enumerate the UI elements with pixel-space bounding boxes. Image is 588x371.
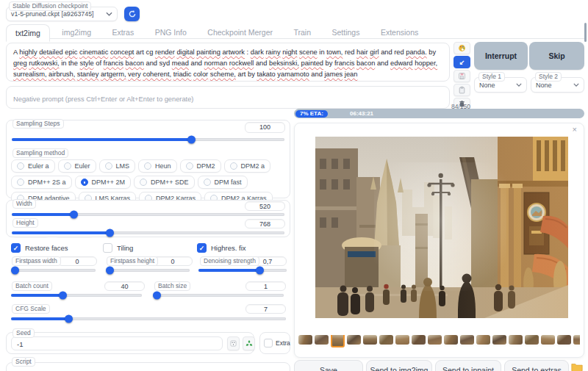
result-thumbnail[interactable]: [460, 335, 474, 345]
slider-thumb[interactable]: [59, 292, 67, 300]
close-icon[interactable]: ×: [573, 125, 577, 134]
result-thumbnail[interactable]: [395, 335, 409, 345]
height-slider[interactable]: [12, 231, 284, 234]
result-thumbnail[interactable]: [298, 335, 312, 345]
radio-icon[interactable]: [230, 162, 237, 170]
firstpass-width-value[interactable]: 0: [57, 256, 97, 266]
radio-icon[interactable]: [204, 179, 211, 186]
tab-train[interactable]: Train: [284, 24, 320, 40]
seed-input[interactable]: -1: [11, 336, 223, 350]
slider-thumb[interactable]: [70, 211, 78, 219]
radio-icon[interactable]: [17, 162, 24, 170]
reuse-seed-button[interactable]: [243, 336, 255, 350]
result-thumbnail[interactable]: [363, 335, 377, 345]
width-slider[interactable]: [12, 213, 284, 216]
extra-checkbox[interactable]: Extra: [264, 339, 290, 347]
result-thumbnail[interactable]: [412, 335, 426, 345]
batch-size-value[interactable]: 1: [245, 281, 286, 291]
random-seed-button[interactable]: [227, 336, 240, 350]
width-value[interactable]: 520: [245, 201, 285, 211]
sampling-option[interactable]: DPM++ 2M: [75, 176, 132, 189]
slider-thumb[interactable]: [153, 292, 161, 300]
batch-size-slider[interactable]: [153, 294, 284, 297]
save-style-button[interactable]: [453, 70, 470, 82]
tab-txt2img[interactable]: txt2img: [6, 24, 50, 42]
tab-extras[interactable]: Extras: [103, 24, 143, 40]
cfg-scale-value[interactable]: 7: [245, 304, 286, 314]
result-thumbnail[interactable]: [315, 335, 329, 345]
result-thumbnail[interactable]: [476, 335, 490, 345]
send-to-img2img-button[interactable]: Send to img2img: [366, 360, 432, 371]
checkbox-icon[interactable]: [264, 339, 273, 347]
slider-thumb[interactable]: [106, 267, 114, 275]
sampling-option[interactable]: DPM++ 2S a: [11, 176, 72, 189]
radio-icon[interactable]: [17, 179, 24, 186]
paste-params-button[interactable]: ↙: [453, 56, 470, 68]
tab-png-info[interactable]: PNG Info: [146, 24, 196, 40]
sampling-steps-slider[interactable]: [12, 138, 284, 141]
sampling-option[interactable]: LMS: [99, 159, 136, 173]
result-thumbnail[interactable]: [541, 335, 555, 345]
result-thumbnail[interactable]: [573, 335, 580, 345]
tab-img2img[interactable]: img2img: [53, 24, 100, 40]
slider-thumb[interactable]: [106, 229, 114, 237]
send-to-extras-button[interactable]: Send to extras: [504, 360, 569, 371]
tab-extensions[interactable]: Extensions: [372, 24, 427, 40]
refresh-checkpoint-button[interactable]: [124, 7, 140, 21]
result-thumbnail[interactable]: [525, 335, 539, 345]
radio-icon[interactable]: [64, 162, 71, 170]
interrupt-button[interactable]: Interrupt: [474, 42, 528, 70]
sampling-option[interactable]: DPM fast: [198, 176, 248, 189]
result-thumbnail[interactable]: [557, 335, 571, 345]
roll-artist-button[interactable]: [453, 42, 470, 54]
result-thumbnail[interactable]: [509, 335, 523, 345]
slider-thumb[interactable]: [187, 136, 196, 144]
checkbox-icon[interactable]: [11, 243, 21, 253]
result-thumbnail[interactable]: [331, 335, 345, 347]
result-thumbnail[interactable]: [444, 335, 458, 345]
page-scrollbar[interactable]: [584, 23, 587, 42]
restore-faces-checkbox[interactable]: Restore faces: [11, 243, 68, 253]
result-thumbnail[interactable]: [379, 335, 393, 345]
sampling-option[interactable]: Heun: [138, 159, 177, 173]
tiling-checkbox[interactable]: Tiling: [103, 243, 133, 253]
open-folder-button[interactable]: [571, 361, 583, 371]
batch-count-slider[interactable]: [11, 294, 142, 297]
firstpass-width-slider[interactable]: [11, 269, 96, 272]
checkbox-icon[interactable]: [103, 243, 112, 253]
save-button[interactable]: Save: [294, 360, 363, 371]
prompt-input[interactable]: A highly detailed epic cinematic concept…: [6, 43, 450, 82]
firstpass-height-slider[interactable]: [106, 269, 190, 272]
result-thumbnail[interactable]: [492, 335, 506, 345]
send-to-inpaint-button[interactable]: Send to inpaint: [435, 360, 501, 371]
skip-button[interactable]: Skip: [529, 42, 584, 70]
batch-count-value[interactable]: 40: [104, 281, 145, 291]
radio-icon[interactable]: [81, 179, 88, 186]
slider-thumb[interactable]: [65, 315, 73, 323]
sampling-option[interactable]: DPM2 a: [224, 159, 271, 173]
slider-thumb[interactable]: [256, 267, 264, 275]
denoising-strength-slider[interactable]: [198, 269, 287, 272]
negative-prompt-input[interactable]: Negative prompt (press Ctrl+Enter or Alt…: [6, 86, 450, 109]
sampling-option[interactable]: Euler a: [11, 159, 55, 173]
sampling-option[interactable]: DPM++ SDE: [134, 176, 195, 189]
generated-image[interactable]: [315, 137, 568, 318]
radio-icon[interactable]: [105, 162, 112, 170]
firstpass-height-value[interactable]: 0: [153, 256, 193, 266]
sampling-option[interactable]: DPM2: [180, 159, 221, 173]
checkbox-icon[interactable]: [197, 243, 207, 253]
radio-icon[interactable]: [140, 179, 147, 186]
tab-checkpoint-merger[interactable]: Checkpoint Merger: [198, 24, 282, 40]
script-select[interactable]: [6, 362, 290, 371]
highres-fix-checkbox[interactable]: Highres. fix: [197, 243, 246, 253]
radio-icon[interactable]: [186, 162, 193, 170]
height-value[interactable]: 768: [245, 219, 285, 228]
radio-icon[interactable]: [144, 162, 151, 170]
sampling-option[interactable]: Euler: [58, 159, 96, 173]
result-thumbnail[interactable]: [347, 335, 361, 345]
result-thumbnail[interactable]: [428, 335, 442, 345]
cfg-scale-slider[interactable]: [11, 317, 286, 320]
tab-settings[interactable]: Settings: [323, 24, 368, 40]
slider-thumb[interactable]: [11, 267, 19, 275]
apply-style-button[interactable]: [453, 84, 470, 96]
